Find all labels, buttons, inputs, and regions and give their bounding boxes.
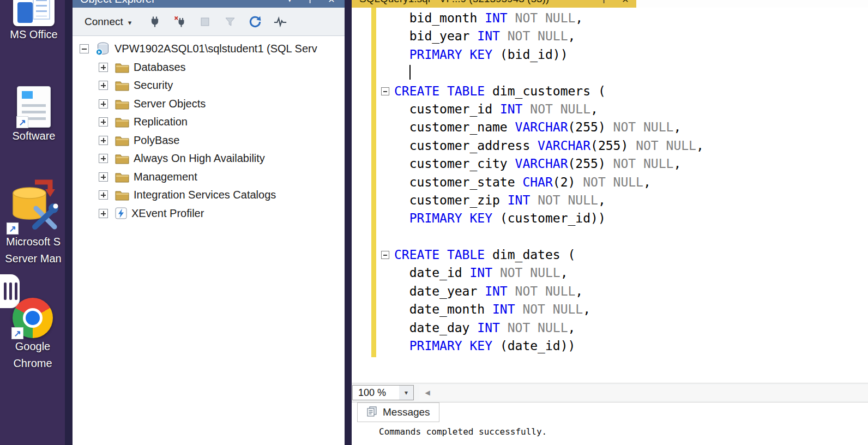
code-line[interactable]: bid_month INT NOT NULL, — [380, 9, 868, 27]
expand-plus-box[interactable] — [99, 99, 108, 109]
pin-icon[interactable] — [306, 0, 314, 4]
desktop-icon-label: MS Office — [2, 26, 65, 43]
code-line[interactable]: PRIMARY KEY (bid_id)) — [380, 46, 868, 64]
panel-splitter[interactable] — [345, 0, 352, 445]
desktop-icon-google-chrome[interactable]: Google Chrome — [4, 292, 61, 372]
scroll-left-arrow-icon[interactable] — [420, 385, 435, 400]
object-explorer-titlebar[interactable]: Object Explorer — [73, 0, 345, 8]
code-line[interactable]: customer_city VARCHAR(255) NOT NULL, — [380, 155, 868, 173]
editor-bottom-bar: 100 % — [352, 383, 868, 402]
server-icon — [95, 41, 110, 56]
outline-margin-cell — [380, 209, 394, 227]
outline-margin-cell — [380, 155, 394, 173]
code-line[interactable]: CREATE TABLE dim_customers ( — [380, 82, 868, 100]
window-menu-icon[interactable] — [288, 0, 292, 3]
code-line[interactable]: customer_name VARCHAR(255) NOT NULL, — [380, 118, 868, 136]
code-line[interactable]: PRIMARY KEY (date_id)) — [380, 337, 868, 355]
collapse-minus-box[interactable] — [80, 44, 89, 53]
desktop-icon-label-line2: Server Man — [1, 250, 65, 267]
outline-margin-cell — [380, 9, 394, 27]
expand-plus-box[interactable] — [99, 136, 108, 145]
messages-icon — [366, 406, 377, 419]
tree-item-replication[interactable]: Replication — [73, 113, 345, 131]
code-line[interactable]: PRIMARY KEY (customer_id)) — [380, 209, 868, 227]
object-explorer-tree[interactable]: VPW1902ASQL01\sqlstudent1 (SQL Serv Data… — [73, 36, 345, 445]
desktop-icon-label-line1: Google — [4, 338, 61, 355]
tree-item-databases[interactable]: Databases — [73, 58, 345, 77]
outline-margin-cell — [380, 191, 394, 209]
expand-plus-box[interactable] — [99, 209, 108, 218]
sql-server-management-studio-icon — [8, 177, 59, 233]
horizontal-scrollbar[interactable] — [419, 385, 868, 400]
software-document-icon — [17, 86, 51, 128]
code-line[interactable] — [380, 228, 868, 246]
tree-item-always-on-high-availability[interactable]: Always On High Availability — [73, 149, 345, 168]
folder-icon — [115, 171, 129, 183]
connect-server-icon[interactable] — [148, 15, 162, 29]
code-line[interactable] — [380, 64, 868, 82]
tree-item-server-root[interactable]: VPW1902ASQL01\sqlstudent1 (SQL Serv — [73, 40, 345, 58]
code-line[interactable]: customer_address VARCHAR(255) NOT NULL, — [380, 137, 868, 155]
expand-plus-box[interactable] — [99, 81, 108, 90]
xevent-profiler-icon — [115, 207, 127, 219]
activity-monitor-icon[interactable] — [273, 15, 287, 29]
desktop-icon-ms-office[interactable]: MS Office — [2, 0, 65, 43]
folder-icon — [115, 153, 129, 164]
window-edge — [65, 0, 73, 445]
code-line[interactable]: date_id INT NOT NULL, — [380, 264, 868, 282]
chevron-down-icon[interactable] — [399, 386, 413, 400]
tree-item-polybase[interactable]: PolyBase — [73, 131, 345, 150]
code-line[interactable]: date_year INT NOT NULL, — [380, 282, 868, 300]
tab-sqlquery1[interactable]: SQLQuery1.sql - VP...9 (521395943 (53)) — [352, 0, 636, 8]
zoom-level-dropdown[interactable]: 100 % — [352, 385, 414, 400]
outline-margin-cell — [380, 173, 394, 191]
outline-margin-cell[interactable] — [380, 246, 394, 264]
outline-margin-cell — [380, 118, 394, 136]
collapse-minus-box[interactable] — [381, 87, 389, 95]
expand-plus-box[interactable] — [99, 63, 108, 72]
refresh-icon[interactable] — [248, 15, 262, 29]
pin-icon[interactable] — [600, 0, 608, 4]
outline-margin-cell — [380, 137, 394, 155]
code-line[interactable]: bid_year INT NOT NULL, — [380, 27, 868, 45]
code-line[interactable]: CREATE TABLE dim_dates ( — [380, 246, 868, 264]
disconnect-server-icon[interactable] — [173, 15, 187, 29]
ms-office-page-shape — [33, 0, 50, 20]
sql-code-editor[interactable]: bid_month INT NOT NULL, bid_year INT NOT… — [352, 8, 868, 383]
code-line[interactable]: date_month INT NOT NULL, — [380, 300, 868, 318]
collapse-minus-box[interactable] — [381, 251, 389, 259]
outline-margin-cell — [380, 282, 394, 300]
expand-plus-box[interactable] — [99, 190, 108, 200]
connect-button[interactable]: Connect — [81, 14, 135, 30]
code-line[interactable]: customer_id INT NOT NULL, — [380, 100, 868, 118]
code-line[interactable]: customer_state CHAR(2) NOT NULL, — [380, 173, 868, 191]
desktop-icon-label: Software — [2, 128, 65, 145]
outline-margin-cell — [380, 300, 394, 318]
code-line[interactable]: date_day INT NOT NULL, — [380, 319, 868, 337]
folder-icon — [115, 135, 129, 146]
filter-icon[interactable] — [223, 15, 237, 29]
outline-margin-cell — [380, 27, 394, 45]
tree-item-management[interactable]: Management — [73, 168, 345, 187]
tree-item-integration-services-catalogs[interactable]: Integration Services Catalogs — [73, 186, 345, 205]
outline-margin-cell — [380, 228, 394, 246]
outline-margin-cell — [380, 64, 394, 82]
document-tab-strip: SQLQuery1.sql - VP...9 (521395943 (53)) — [352, 0, 868, 8]
close-icon[interactable] — [328, 0, 335, 5]
outline-margin-cell[interactable] — [380, 82, 394, 100]
folder-icon — [115, 62, 129, 73]
tree-item-xevent-profiler[interactable]: XEvent Profiler — [73, 205, 345, 223]
tree-item-server-objects[interactable]: Server Objects — [73, 95, 345, 113]
tree-item-label: Management — [134, 171, 197, 183]
tree-item-security[interactable]: Security — [73, 76, 345, 95]
desktop-icon-software[interactable]: Software — [2, 81, 65, 145]
expand-plus-box[interactable] — [99, 154, 108, 163]
close-icon[interactable] — [622, 0, 629, 5]
expand-plus-box[interactable] — [99, 117, 108, 127]
desktop-icon-sql-server-management-studio[interactable]: Microsoft S Server Man — [1, 173, 65, 267]
code-line[interactable]: customer_zip INT NOT NULL, — [380, 191, 868, 209]
expand-plus-box[interactable] — [99, 172, 108, 182]
tab-messages[interactable]: Messages — [357, 402, 439, 422]
ms-office-block-shape — [17, 2, 33, 23]
stop-icon[interactable] — [198, 15, 212, 29]
